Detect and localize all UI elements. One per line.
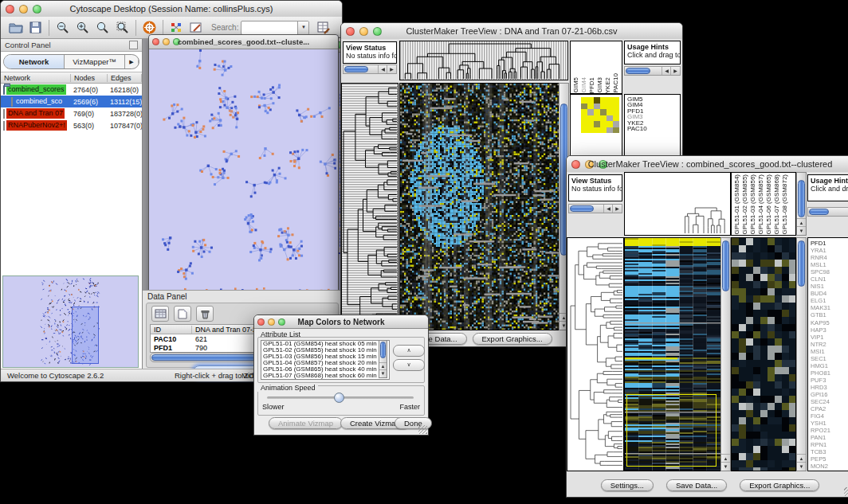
move-down-button[interactable]: ∨ — [393, 359, 425, 371]
heatmap-cell[interactable] — [581, 109, 587, 115]
scroll-down-icon[interactable]: ▼ — [797, 462, 806, 471]
gene-label[interactable]: RNR4 — [811, 254, 848, 261]
heatmap[interactable] — [624, 237, 721, 471]
treeview1-titlebar[interactable]: ClusterMaker TreeView : DNA and Tran 07-… — [341, 23, 682, 40]
view-status-hscrollbar[interactable]: ◀ ▶ — [343, 64, 397, 74]
heatmap-cell[interactable] — [607, 109, 613, 115]
scrollbar-thumb[interactable] — [809, 209, 829, 215]
heatmap-cell[interactable] — [587, 115, 594, 122]
attribute-list-vscrollbar[interactable]: ▲ ▼ — [379, 340, 387, 378]
birdseye-view[interactable] — [2, 275, 139, 368]
zoom-out-icon[interactable] — [53, 18, 73, 37]
heatmap-cell[interactable] — [594, 104, 600, 110]
gene-label[interactable]: GPL51-06 (GSM865) — [765, 174, 773, 235]
column-labels-panel[interactable]: GIM5GIM4PFD1GIM3YKE2PAC10 — [570, 41, 622, 94]
gene-label[interactable]: BUD4 — [811, 290, 848, 297]
gene-label[interactable]: GPL51-08 (GSM872) — [781, 174, 789, 235]
heatmap-cell[interactable] — [607, 97, 613, 104]
save-icon[interactable] — [26, 18, 45, 37]
summary-heatmap[interactable] — [581, 97, 619, 133]
heatmap-cell[interactable] — [600, 97, 607, 104]
heatmap-cell[interactable] — [600, 115, 607, 122]
zoom-selected-icon[interactable] — [92, 18, 112, 37]
scroll-down-icon[interactable]: ▼ — [721, 462, 730, 471]
search-input[interactable]: ▼ — [241, 21, 309, 35]
heatmap-cell[interactable] — [600, 121, 607, 127]
usage-hints-hscrollbar[interactable]: ◀ ▶ — [624, 66, 681, 76]
scrollbar-thumb[interactable] — [626, 68, 650, 74]
gene-label[interactable]: MAK31 — [811, 304, 848, 311]
gene-label[interactable]: NIS1 — [811, 283, 848, 290]
gene-label[interactable]: MSL1 — [811, 261, 848, 268]
slider-thumb[interactable] — [334, 393, 344, 403]
network1-titlebar[interactable]: combined_scores_good.txt--cluste... — [149, 35, 338, 49]
gene-label[interactable]: MON2 — [811, 463, 848, 470]
gene-label[interactable]: GPL51-07 (GSM868) — [773, 174, 781, 235]
column-dendrogram[interactable] — [624, 172, 731, 236]
heatmap-cell[interactable] — [607, 127, 613, 134]
heatmap-vscrollbar[interactable]: ▲ ▼ — [720, 237, 731, 471]
network-name-cell[interactable]: DNA and Tran 07 — [1, 107, 71, 119]
heatmap-cell[interactable] — [594, 115, 600, 122]
gene-label[interactable]: YKE2 — [627, 120, 680, 126]
gene-label[interactable]: YSH1 — [811, 420, 848, 427]
gene-label[interactable]: PEP5 — [811, 455, 848, 463]
heatmap-cell[interactable] — [581, 121, 587, 127]
attribute-list-item[interactable]: GPL51-07 (GSM868) heat shock 60 min — [261, 373, 389, 379]
main-titlebar[interactable]: Cytoscape Desktop (Session Name: collins… — [1, 1, 342, 18]
gene-label[interactable]: PHO81 — [811, 369, 848, 377]
gene-label[interactable]: YKE2 — [604, 77, 612, 93]
heatmap-cell[interactable] — [613, 104, 619, 110]
network-row[interactable]: DNA and Tran 07769(0)183728(0) — [1, 107, 142, 119]
network-row[interactable]: RNAPuberNov2+!563(0)107847(0) — [1, 119, 142, 131]
gene-label[interactable]: FIG4 — [811, 412, 848, 420]
resize-grip[interactable] — [844, 487, 848, 496]
gene-label[interactable]: YRA1 — [811, 247, 848, 254]
save-data-button[interactable]: Save Data... — [666, 479, 727, 491]
zoom-in-icon[interactable] — [73, 18, 92, 37]
open-folder-icon[interactable] — [6, 18, 26, 37]
gene-label[interactable]: GPL51-02 (GSM855) — [741, 174, 749, 235]
gene-label[interactable]: GIM4 — [580, 77, 588, 93]
gene-label[interactable]: HAP3 — [811, 326, 848, 334]
heatmap-cell[interactable] — [607, 121, 613, 127]
zoom-heatmap[interactable] — [731, 237, 796, 471]
dialog-titlebar[interactable]: Map Colors to Network — [254, 315, 428, 329]
scrollbar-thumb[interactable] — [798, 240, 805, 287]
heatmap-cell[interactable] — [613, 121, 619, 127]
heatmap-cell[interactable] — [587, 104, 594, 110]
heatmap-cell[interactable] — [581, 115, 587, 122]
col-id[interactable]: ID — [151, 326, 192, 334]
float-panel-icon[interactable] — [129, 41, 138, 49]
gene-label[interactable]: PUF3 — [811, 377, 848, 384]
gene-label[interactable]: PAC10 — [612, 73, 620, 93]
scrollbar-thumb[interactable] — [344, 66, 368, 72]
gene-label[interactable]: CLN1 — [811, 275, 848, 283]
heatmap-cell[interactable] — [587, 109, 594, 115]
gene-label[interactable]: RPN1 — [811, 441, 848, 448]
heatmap-cell[interactable] — [600, 127, 607, 134]
gene-label[interactable]: PFD1 — [811, 240, 848, 247]
scrollbar-thumb[interactable] — [570, 205, 594, 212]
scroll-down-icon[interactable]: ▼ — [797, 226, 806, 235]
heatmap-cell[interactable] — [613, 127, 619, 134]
gene-label[interactable]: GIM3 — [627, 114, 680, 119]
heatmap-cell[interactable] — [581, 97, 587, 104]
gene-label[interactable]: NTR2 — [811, 341, 848, 348]
gene-label[interactable]: PAN1 — [811, 434, 848, 441]
col-nodes[interactable]: Nodes — [71, 74, 108, 82]
gene-label[interactable]: PFD1 — [627, 108, 680, 114]
tab-network[interactable]: Network — [4, 55, 65, 68]
row-dendrogram[interactable] — [341, 83, 398, 330]
gene-label[interactable]: GIM4 — [627, 102, 680, 107]
view-status-hscrollbar[interactable]: ◀ ▶ — [568, 204, 622, 213]
heatmap-cell[interactable] — [594, 109, 600, 115]
col-network[interactable]: Network — [1, 74, 71, 82]
network-name-cell[interactable]: RNAPuberNov2+! — [1, 119, 71, 131]
gene-label[interactable]: SEC24 — [811, 398, 848, 405]
gene-label[interactable]: SPC98 — [811, 268, 848, 275]
gene-label[interactable]: KAP95 — [811, 319, 848, 326]
gene-label[interactable]: VIP1 — [811, 334, 848, 341]
gene-label[interactable]: GIM5 — [572, 77, 580, 93]
scrollbar-thumb[interactable] — [380, 342, 386, 358]
